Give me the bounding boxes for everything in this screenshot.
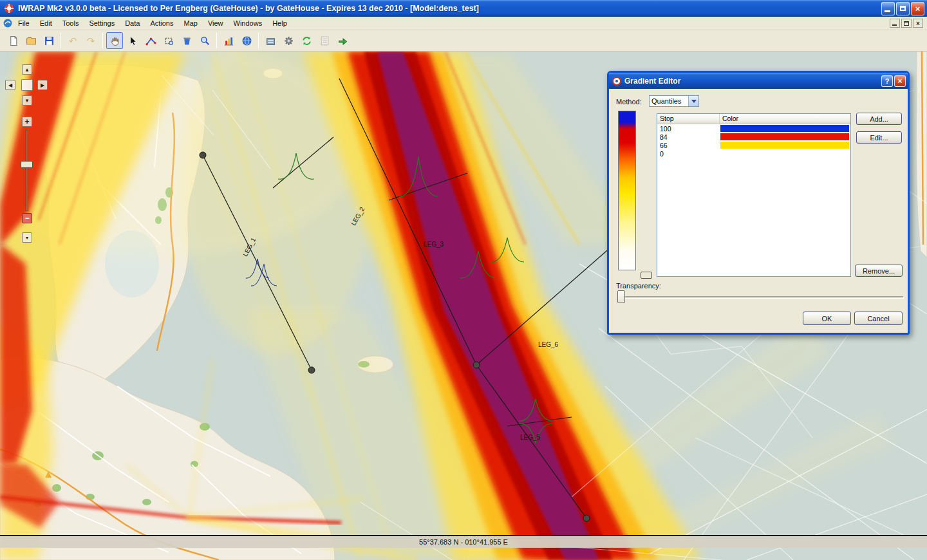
leg-node[interactable] [200,152,206,158]
pan-hand-icon [109,35,120,46]
menu-tools[interactable]: Tools [57,18,84,28]
leg-label: LEG_5 [520,434,540,441]
globe-button[interactable] [238,32,255,49]
gradient-position-handle[interactable] [641,272,652,279]
toolbar-separator [61,33,61,48]
gradient-editor-titlebar[interactable]: Gradient Editor ? × [609,73,908,89]
stop-row[interactable]: 100 [657,124,850,133]
zoom-in-button[interactable]: + [22,117,32,127]
leg-label: LEG_6 [538,341,558,348]
stop-row[interactable]: 84 [657,133,850,141]
dialog-close-button[interactable]: × [894,75,906,87]
menu-windows[interactable]: Windows [229,18,268,28]
gradient-editor-title: Gradient Editor [624,77,880,86]
gear-icon [283,35,294,46]
stop-value: 66 [657,142,720,149]
report-button[interactable] [316,32,333,49]
color-column-header[interactable]: Color [720,114,850,124]
stop-value: 100 [657,125,720,133]
stop-column-header[interactable]: Stop [657,114,720,124]
menu-view[interactable]: View [203,18,229,28]
bin-icon [182,35,192,46]
export-button[interactable] [334,32,351,49]
stop-list[interactable]: Stop Color 100 84 66 [657,113,851,277]
combo-dropdown-arrow[interactable] [688,96,698,106]
menu-actions[interactable]: Actions [145,18,178,28]
menu-data[interactable]: Data [120,18,145,28]
help-button[interactable]: ? [881,75,893,87]
stop-value: 84 [657,133,720,141]
mdi-minimize-button[interactable] [890,19,900,28]
method-value: Quantiles [650,97,688,105]
menu-file[interactable]: File [13,18,35,28]
menu-help[interactable]: Help [267,18,292,28]
leg-node[interactable] [473,362,480,368]
method-label: Method: [616,98,642,106]
app-icon [4,3,14,14]
leg-label: LEG_3 [424,241,444,248]
toolbar-separator [258,33,259,48]
restore-button[interactable] [896,2,910,15]
save-button[interactable] [41,32,57,49]
gradient-preview-bar [618,111,636,270]
pan-up-button[interactable]: ▲ [22,64,32,75]
leg-tool-button[interactable] [142,32,159,49]
polygon-select-button[interactable] [160,32,177,49]
zoom-out-button[interactable]: − [22,213,32,223]
mdi-close-button[interactable]: × [913,19,923,28]
add-button[interactable]: Add... [856,113,902,125]
minimize-button[interactable] [881,2,895,15]
zoom-tool-button[interactable] [196,32,213,49]
transparency-slider-track[interactable] [618,296,904,299]
stop-row[interactable]: 0 [657,149,850,158]
bar-chart-icon [223,35,234,46]
mdi-restore-button[interactable] [901,19,912,28]
redo-button[interactable]: ↷ [82,32,99,49]
toolbar: ↶ ↷ [0,30,927,51]
gradient-editor-body: Method: Quantiles Stop Color 100 [609,89,908,333]
stop-value: 0 [657,150,720,158]
gradient-editor-icon [612,77,621,86]
globe-icon [241,35,252,46]
transparency-slider-handle[interactable] [617,290,625,303]
select-tool-button[interactable] [124,32,141,49]
titlebar: IWRAP Mk2 v3.0.0 beta - Licensed to Per … [0,0,927,17]
pan-right-button[interactable]: ▶ [37,80,48,90]
pan-down-button[interactable]: ▼ [22,95,32,106]
pan-left-button[interactable]: ◀ [5,80,15,90]
pan-center-button[interactable] [21,79,33,91]
polygon-select-icon [164,35,174,46]
undo-icon: ↶ [69,36,77,46]
drawer-button[interactable] [262,32,279,49]
method-combobox[interactable]: Quantiles [649,95,699,107]
app-window: IWRAP Mk2 v3.0.0 beta - Licensed to Per … [0,0,927,560]
stop-row[interactable]: 66 [657,141,850,149]
menu-settings[interactable]: Settings [84,18,120,28]
ok-button[interactable]: OK [803,312,851,325]
menu-edit[interactable]: Edit [35,18,57,28]
zoom-slider-track[interactable] [25,130,28,211]
delete-tool-button[interactable] [178,32,195,49]
export-arrow-icon [337,35,348,46]
window-title: IWRAP Mk2 v3.0.0 beta - Licensed to Per … [18,4,881,13]
toolbar-separator [216,33,217,48]
settings-gear-button[interactable] [280,32,297,49]
zoom-slider-handle[interactable] [21,161,33,168]
menu-map[interactable]: Map [178,18,202,28]
charts-button[interactable] [220,32,237,49]
edit-button[interactable]: Edit... [856,131,902,144]
magnifier-icon [200,35,211,46]
cancel-button[interactable]: Cancel [854,312,903,325]
map-extra-button[interactable]: ▾ [22,232,32,243]
leg-node[interactable] [308,367,315,373]
leg-node[interactable] [583,515,590,521]
new-file-button[interactable] [5,32,21,49]
open-file-button[interactable] [23,32,39,49]
close-button[interactable]: × [911,2,924,15]
gradient-editor-dialog: Gradient Editor ? × Method: Quantiles St… [607,71,910,335]
remove-button[interactable]: Remove... [855,265,903,277]
run-jobs-button[interactable] [298,32,315,49]
undo-button[interactable]: ↶ [64,32,81,49]
map-viewport[interactable]: LEG_1 LEG_2 LEG_3 LEG_5 LEG_6 ▲ ◀ ▶ ▼ + … [0,51,927,560]
pan-tool-button[interactable] [106,32,123,49]
